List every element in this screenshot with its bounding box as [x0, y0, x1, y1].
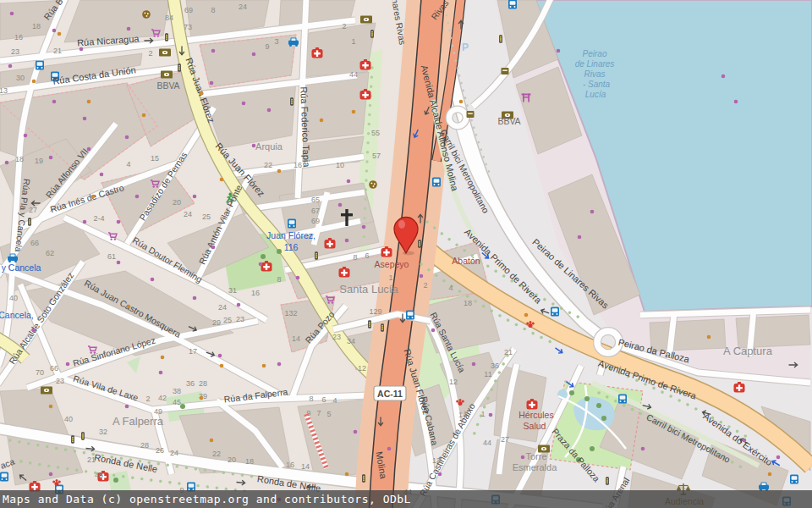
house-number: 2 — [342, 22, 346, 30]
poi-dot — [127, 27, 131, 31]
house-number: 12 — [358, 364, 366, 373]
house-number: 21 — [87, 456, 96, 464]
amenity-label: Asepeyo — [375, 259, 409, 269]
house-number: 69 — [184, 6, 193, 14]
water-label: de Linares — [575, 59, 615, 69]
bus-stop-label: 116 — [284, 242, 299, 252]
house-number: 5 — [326, 410, 331, 418]
house-number: 70 — [36, 368, 44, 377]
place-label: A Falperra — [112, 415, 164, 428]
house-number: 84 — [165, 14, 173, 22]
house-number: 24 — [170, 449, 178, 457]
house-number: 16 — [14, 33, 23, 41]
house-number: 55 — [371, 129, 380, 137]
poi-dot — [345, 472, 349, 477]
arts-icon — [142, 10, 151, 19]
house-number: 9 — [306, 409, 310, 417]
poi-label: BBVA — [497, 116, 520, 126]
house-number: 11 — [484, 370, 491, 378]
house-number: 1 — [480, 410, 485, 418]
attribution-text: Maps and Data (c) openstreetmap.org and … — [3, 493, 411, 505]
bus-stop-icon — [508, 0, 517, 9]
poi-dot — [8, 64, 13, 69]
poi-dot — [521, 456, 525, 460]
poi-dot — [347, 179, 351, 184]
house-number: 25 — [223, 316, 232, 324]
poi-dot — [24, 134, 28, 138]
house-number: 22 — [212, 450, 221, 458]
house-number: 8 — [309, 395, 313, 403]
poi-dot — [83, 220, 87, 224]
house-number: 30 — [16, 74, 25, 82]
house-number: 67 — [311, 207, 320, 215]
house-number: 29 — [212, 318, 221, 327]
traffic-light-icon — [370, 30, 374, 38]
house-number: 3 — [274, 37, 278, 46]
house-number: 27 — [29, 206, 37, 214]
poi-dot — [210, 81, 214, 86]
house-number: 61 — [107, 252, 116, 261]
traffic-light-icon — [28, 218, 31, 226]
poi-dot — [10, 12, 14, 16]
house-number: 31 — [228, 286, 237, 295]
house-number: 27 — [501, 435, 509, 444]
house-number: 132 — [284, 309, 297, 318]
house-number: 48 — [95, 471, 103, 479]
poi-dot — [5, 161, 9, 165]
poi-dot — [267, 108, 272, 113]
house-number: 45 — [173, 398, 181, 406]
house-number: 36 — [491, 362, 499, 370]
house-number: 6 — [321, 395, 326, 404]
poi-dot — [420, 274, 424, 279]
traffic-light-icon — [381, 323, 384, 332]
bus-stop-label: y Cancela — [2, 262, 41, 273]
place-label: Arquia — [255, 141, 283, 152]
poi-dot — [211, 246, 216, 250]
traffic-light-icon — [606, 477, 609, 485]
place-label: Torre — [525, 451, 546, 461]
poi-dot — [296, 276, 300, 280]
poi-dot — [707, 335, 711, 340]
map-viewport[interactable]: Rúa Nicaragua Rúa Costa da Unión Rúa B R… — [0, 0, 812, 508]
house-number: 19 — [35, 157, 43, 165]
house-number: 12 — [449, 378, 458, 386]
bus-stop-icon — [288, 219, 296, 229]
poi-dot — [218, 354, 222, 358]
house-number: 21 — [53, 47, 62, 55]
bus-stop-label: Juan Flórez, — [266, 230, 315, 240]
map-canvas[interactable]: Rúa Nicaragua Rúa Costa da Unión Rúa B R… — [0, 0, 812, 508]
house-number: 40 — [9, 294, 18, 302]
bank-icon — [360, 16, 372, 24]
house-number: 18 — [32, 22, 41, 30]
water-label: - Santa — [583, 80, 611, 89]
poi-dot — [641, 447, 645, 451]
house-number: 69 — [311, 217, 320, 225]
traffic-light-icon — [362, 474, 365, 483]
house-number: 26 — [156, 446, 164, 455]
house-number: 18 — [464, 299, 472, 307]
poi-icon — [502, 68, 509, 75]
house-number: 40 — [64, 415, 73, 423]
amenity-label: Salud — [524, 421, 546, 431]
poi-dot — [242, 102, 246, 106]
house-number: 2-4 — [93, 214, 104, 223]
poi-label: BBVA — [156, 80, 179, 91]
poi-dot — [524, 313, 529, 318]
house-number: 8 — [353, 253, 357, 262]
bus-stop-icon — [790, 475, 798, 484]
poi-dot — [352, 110, 356, 114]
house-number: 42 — [158, 394, 167, 402]
house-number: 8 — [211, 6, 215, 14]
poi-dot — [87, 100, 91, 104]
poi-dot — [200, 91, 204, 96]
poi-dot — [252, 52, 256, 57]
poi-dot — [193, 195, 197, 199]
poi-dot — [135, 195, 140, 199]
poi-dot — [438, 472, 442, 477]
house-number: 16 — [251, 289, 260, 297]
house-number: 1 — [351, 37, 355, 46]
poi-dot — [151, 278, 155, 282]
house-number: 8 — [277, 275, 281, 284]
house-number: 24 — [239, 3, 247, 11]
poi-dot — [489, 413, 493, 417]
